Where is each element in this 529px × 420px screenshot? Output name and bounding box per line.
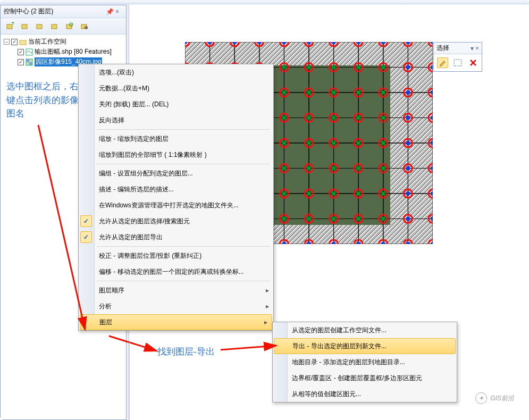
svg-point-262 <box>282 217 286 221</box>
svg-point-264 <box>307 217 311 221</box>
svg-point-138 <box>381 65 385 70</box>
select-rect-icon[interactable] <box>452 57 464 68</box>
watermark: ✦ GIS前沿 <box>475 392 514 404</box>
svg-point-204 <box>381 141 385 145</box>
svg-point-206 <box>406 141 410 145</box>
svg-rect-3 <box>37 24 42 29</box>
ctx-shift[interactable]: 偏移 - 移动选定的图层一个固定的距离或转换坐标... <box>79 264 273 280</box>
copy-layer-icon[interactable] <box>48 21 60 31</box>
ctx-zoom-full[interactable]: 缩放到图层的全部细节 ( 1:1像素映射 ) <box>79 147 273 163</box>
svg-point-174 <box>282 116 286 120</box>
svg-point-132 <box>307 65 311 70</box>
preview-layer-icon[interactable] <box>78 21 90 31</box>
add-layer-icon[interactable]: + <box>4 21 15 31</box>
svg-point-180 <box>356 116 360 120</box>
svg-text:+: + <box>11 22 14 27</box>
svg-point-228 <box>406 166 410 171</box>
sub-bbox-coverage[interactable]: 边界框/覆盖区 - 创建图层覆盖框/多边形区图元 <box>273 370 457 386</box>
ctx-rectify[interactable]: 校正 - 调整图层位置/投影 (重新纠正) <box>79 248 273 264</box>
ctx-close-layer[interactable]: 关闭 (卸载) 图层... (DEL) <box>79 96 273 112</box>
svg-rect-10 <box>20 40 26 45</box>
ctx-options[interactable]: 选项...(双击) <box>79 64 273 80</box>
panel-toolbar: + <box>1 18 126 35</box>
ctx-metadata[interactable]: 元数据...(双击+M) <box>79 80 273 96</box>
ctx-group[interactable]: 编组 - 设置组分配到选定的图层... <box>79 165 273 181</box>
svg-point-268 <box>356 217 360 221</box>
ctx-allow-select[interactable]: ✓允许从选定的图层选择/搜索图元 <box>79 213 273 229</box>
save-layer-icon[interactable] <box>33 21 45 31</box>
divider <box>129 340 130 420</box>
root-label: 当前工作空间 <box>28 37 66 46</box>
svg-point-176 <box>307 116 311 120</box>
svg-point-160 <box>381 90 385 95</box>
layer-label: 输出图幅.shp [80 Features] <box>35 47 112 56</box>
refresh-layer-icon[interactable] <box>63 21 75 31</box>
layer-submenu: 从选定的图层创建工作空间文件... 导出 - 导出选定的图层到新文件... 地图… <box>272 322 457 402</box>
svg-point-134 <box>332 65 336 70</box>
svg-point-136 <box>356 65 360 70</box>
close-icon[interactable]: × <box>475 45 479 52</box>
tree-layer-1[interactable]: ✓ 输出图幅.shp [80 Features] <box>2 47 125 57</box>
pin-icon[interactable]: 📌 <box>106 8 113 15</box>
ctx-layer-order[interactable]: 图层顺序 <box>79 282 273 298</box>
svg-point-202 <box>356 141 360 145</box>
svg-point-222 <box>332 166 336 171</box>
svg-point-198 <box>307 141 311 145</box>
checkbox[interactable]: ✓ <box>11 39 18 45</box>
svg-point-244 <box>332 191 336 196</box>
svg-rect-4 <box>52 24 57 29</box>
ctx-analysis[interactable]: 分析 <box>79 298 273 314</box>
svg-point-246 <box>356 191 360 196</box>
svg-point-266 <box>332 217 336 221</box>
svg-point-152 <box>282 90 286 95</box>
ctx-allow-export[interactable]: ✓允许从选定的图层导出 <box>79 229 273 245</box>
collapse-icon[interactable]: − <box>4 39 10 45</box>
svg-point-270 <box>381 217 385 221</box>
svg-rect-14 <box>29 62 32 65</box>
annotation-2: 找到图层-导出 <box>157 345 215 359</box>
svg-point-182 <box>381 116 385 120</box>
svg-rect-297 <box>454 60 461 66</box>
ctx-open-explorer[interactable]: 在Windows资源管理器中打开选定的地图文件夹... <box>79 197 273 213</box>
tree-root[interactable]: − ✓ 当前工作空间 <box>2 37 125 47</box>
svg-point-272 <box>406 217 410 221</box>
raster-layer-icon <box>26 58 33 66</box>
svg-point-220 <box>307 166 311 171</box>
sub-map-catalog[interactable]: 地图目录 - 添加选定的图层到地图目录... <box>273 354 457 370</box>
workspace-icon <box>19 38 27 46</box>
selection-panel: 选择 ▾ × <box>433 42 482 72</box>
ctx-invert-selection[interactable]: 反向选择 <box>79 112 273 128</box>
svg-point-240 <box>282 191 286 196</box>
svg-point-248 <box>381 191 385 196</box>
svg-point-162 <box>406 90 410 95</box>
svg-point-250 <box>406 191 410 196</box>
panel-header: 控制中心 (2 图层) 📌 × <box>1 5 126 18</box>
svg-point-196 <box>282 141 286 145</box>
clear-selection-icon[interactable] <box>467 57 478 68</box>
svg-point-9 <box>86 27 87 28</box>
svg-point-158 <box>356 90 360 95</box>
svg-point-218 <box>282 166 286 171</box>
checkbox[interactable]: ✓ <box>18 49 24 55</box>
sub-create-areas[interactable]: 从相等的值创建区图元... <box>273 386 457 402</box>
svg-point-226 <box>381 166 385 171</box>
svg-point-130 <box>282 65 286 70</box>
ctx-zoom-selected[interactable]: 缩放 - 缩放到选定的图层 <box>79 131 273 147</box>
svg-point-156 <box>332 90 336 95</box>
ctx-layer[interactable]: 图层 <box>80 314 272 330</box>
dropdown-icon[interactable]: ▾ <box>471 45 474 52</box>
selection-header: 选择 ▾ × <box>434 43 482 54</box>
ctx-description[interactable]: 描述 - 编辑所选层的描述... <box>79 181 273 197</box>
sub-create-workspace[interactable]: 从选定的图层创建工作空间文件... <box>273 322 457 338</box>
edit-selection-icon[interactable] <box>437 57 448 68</box>
sub-export-layer[interactable]: 导出 - 导出选定的图层到新文件... <box>274 338 456 354</box>
svg-point-140 <box>406 65 410 70</box>
remove-layer-icon[interactable] <box>19 21 30 31</box>
checkbox[interactable]: ✓ <box>18 59 24 65</box>
svg-rect-5 <box>66 24 72 29</box>
close-icon[interactable]: × <box>115 8 123 15</box>
svg-point-200 <box>332 141 336 145</box>
vector-layer-icon <box>26 48 33 56</box>
wechat-icon: ✦ <box>475 392 487 404</box>
panel-title: 控制中心 (2 图层) <box>4 7 53 16</box>
